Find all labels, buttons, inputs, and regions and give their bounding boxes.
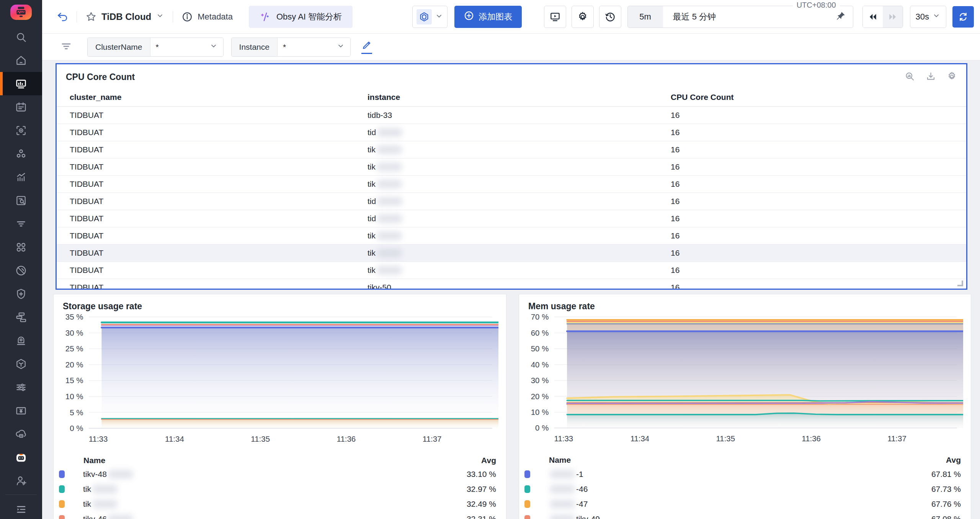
undo-icon[interactable] (57, 11, 68, 23)
refresh-button[interactable] (952, 6, 974, 28)
sidebar-item-sliders[interactable] (0, 375, 42, 399)
instance-filter-select[interactable]: * (278, 38, 350, 56)
calendar-icon (15, 101, 27, 113)
cell-cpu-core-count: 16 (671, 231, 966, 240)
legend-swatch[interactable] (524, 470, 530, 478)
table-row[interactable]: TIDBUATtik16 (57, 176, 966, 193)
refresh-interval-value: 30s (916, 12, 929, 22)
svg-text:60 %: 60 % (531, 329, 549, 337)
legend-swatch[interactable] (59, 470, 65, 478)
legend-swatch[interactable] (524, 500, 530, 508)
time-range-picker[interactable]: UTC+08:00 5m 最近 5 分钟 (627, 6, 853, 28)
sidebar-item-cloud-lock[interactable] (0, 422, 42, 446)
legend-swatch[interactable] (59, 485, 65, 493)
legend-row[interactable]: tik32.97 % (59, 482, 496, 497)
legend-row[interactable]: tik32.49 % (59, 497, 496, 512)
datasource-dropdown[interactable] (412, 6, 448, 28)
star-icon[interactable] (85, 11, 97, 23)
obsy-ai-button[interactable]: Obsy AI 智能分析 (249, 6, 353, 28)
sidebar-item-log-search[interactable] (0, 189, 42, 212)
column-header[interactable]: CPU Core Count (671, 93, 966, 102)
mem-usage-chart[interactable]: 0 %10 %20 %30 %40 %50 %60 %70 %11:3311:3… (525, 312, 963, 445)
sidebar-item-user-add[interactable] (0, 469, 42, 492)
sidebar-item-scan-eye[interactable] (0, 119, 42, 142)
legend-row[interactable]: -167.81 % (524, 467, 961, 481)
column-header[interactable]: instance (368, 93, 671, 102)
table-row[interactable]: TIDBUATtikv-5016 (57, 279, 966, 290)
metadata-label: Metadata (198, 12, 233, 22)
pin-icon[interactable] (835, 11, 846, 23)
sidebar-item-billing[interactable] (0, 399, 42, 422)
legend-row[interactable]: tikv-4632.31 % (59, 512, 496, 519)
sidebar-item-pipeline[interactable] (0, 305, 42, 329)
shift-forward-button[interactable] (883, 6, 903, 28)
add-chart-button[interactable]: 添加图表 (454, 6, 522, 28)
sidebar-item-apps-grid[interactable] (0, 235, 42, 259)
chevron-down-icon (932, 11, 941, 22)
panel-settings-icon[interactable] (947, 71, 957, 83)
cell-cluster-name: TIDBUAT (70, 248, 368, 258)
edit-variables-button[interactable] (361, 40, 372, 54)
billing-icon (15, 405, 27, 417)
table-row[interactable]: TIDBUATtid16 (57, 124, 966, 141)
cell-cpu-core-count: 16 (671, 197, 966, 206)
refresh-interval-select[interactable]: 30s (910, 6, 946, 28)
legend-series-avg: 67.76 % (931, 499, 961, 509)
table-row[interactable]: TIDBUATtidb-3316 (57, 107, 966, 124)
legend-avg-header[interactable]: Avg (481, 456, 496, 465)
sidebar-item-home[interactable] (0, 49, 42, 72)
sidebar-item-calendar[interactable] (0, 95, 42, 119)
dashboard-switcher[interactable]: TiDB Cloud (85, 11, 164, 23)
table-row[interactable]: TIDBUATtik16 (57, 158, 966, 176)
storage-usage-chart[interactable]: 0 %5 %10 %15 %20 %25 %30 %35 %11:3311:34… (60, 312, 498, 446)
table-row[interactable]: TIDBUATtik16 (57, 141, 966, 158)
legend-header: NameAvg (524, 454, 961, 467)
settings-button[interactable] (572, 6, 594, 28)
legend-row[interactable]: tikv-4833.10 % (59, 467, 496, 482)
redaction-blur (550, 515, 575, 519)
legend-series-avg: 32.31 % (467, 514, 496, 519)
table-header-row: cluster_nameinstanceCPU Core Count (57, 88, 966, 107)
history-button[interactable] (599, 6, 621, 28)
tv-mode-button[interactable] (544, 6, 566, 28)
table-row[interactable]: TIDBUATtik16 (57, 227, 966, 245)
shift-back-button[interactable] (863, 6, 883, 28)
sidebar-item-webcam[interactable] (0, 329, 42, 352)
app-logo-icon[interactable] (10, 5, 32, 20)
sidebar-item-cluster-hexagons[interactable] (0, 142, 42, 165)
panel-resize-handle[interactable] (957, 281, 963, 286)
divider (173, 11, 173, 23)
table-row[interactable]: TIDBUATtid16 (57, 210, 966, 227)
no-signal-icon (15, 264, 27, 277)
sidebar-nav (0, 25, 42, 519)
table-row[interactable]: TIDBUATtid16 (57, 193, 966, 210)
svg-text:11:35: 11:35 (716, 434, 735, 443)
legend-swatch[interactable] (59, 500, 65, 508)
legend-swatch[interactable] (524, 515, 530, 519)
legend-avg-header[interactable]: Avg (946, 455, 961, 465)
cluster-filter-select[interactable]: * (150, 38, 223, 56)
legend-row[interactable]: -4667.73 % (524, 481, 961, 496)
zoom-chart-icon[interactable] (905, 71, 915, 83)
metadata-link[interactable]: Metadata (181, 11, 233, 23)
table-row[interactable]: TIDBUATtik16 (57, 245, 966, 262)
sidebar-item-robot-avatar[interactable] (0, 446, 42, 469)
column-header[interactable]: cluster_name (70, 93, 368, 102)
legend-swatch[interactable] (524, 485, 530, 493)
legend-swatch[interactable] (59, 515, 65, 519)
sidebar-item-dashboard[interactable] (0, 72, 42, 95)
table-row[interactable]: TIDBUATtik16 (57, 262, 966, 279)
sidebar-item-collapse[interactable] (0, 498, 42, 519)
sidebar-item-shield-plus[interactable] (0, 282, 42, 305)
svg-text:15 %: 15 % (65, 376, 83, 385)
legend-row[interactable]: -4767.76 % (524, 496, 961, 511)
download-icon[interactable] (926, 71, 936, 83)
sidebar-item-bar-chart[interactable] (0, 165, 42, 189)
chevron-down-icon (336, 42, 345, 52)
legend-row[interactable]: tikv-4967.08 % (524, 511, 961, 519)
legend-series-avg: 33.10 % (467, 470, 496, 479)
sidebar-item-no-signal[interactable] (0, 259, 42, 282)
sidebar-item-search[interactable] (0, 25, 42, 49)
sidebar-item-filter-lines[interactable] (0, 212, 42, 235)
sidebar-item-cube[interactable] (0, 352, 42, 375)
